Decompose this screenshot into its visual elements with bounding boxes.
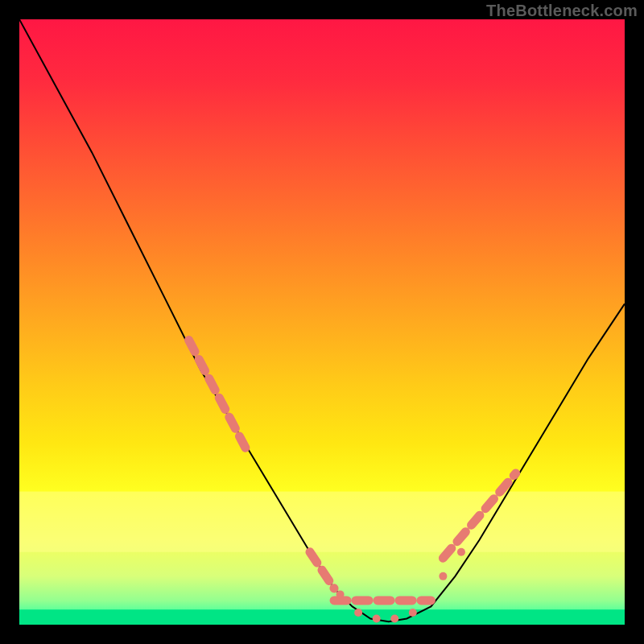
svg-point-3 — [318, 566, 326, 574]
chart-svg — [19, 19, 625, 625]
svg-rect-2 — [19, 609, 625, 625]
svg-rect-1 — [19, 492, 625, 552]
svg-point-9 — [427, 597, 435, 605]
svg-point-8 — [409, 609, 417, 617]
svg-point-5 — [354, 609, 362, 617]
svg-point-10 — [439, 572, 447, 580]
chart-frame: TheBottleneck.com — [0, 0, 644, 644]
plot-area — [19, 19, 625, 625]
svg-point-6 — [373, 614, 381, 622]
svg-point-11 — [457, 548, 465, 556]
watermark: TheBottleneck.com — [486, 2, 638, 20]
svg-point-7 — [390, 614, 398, 622]
svg-point-4 — [336, 590, 345, 598]
